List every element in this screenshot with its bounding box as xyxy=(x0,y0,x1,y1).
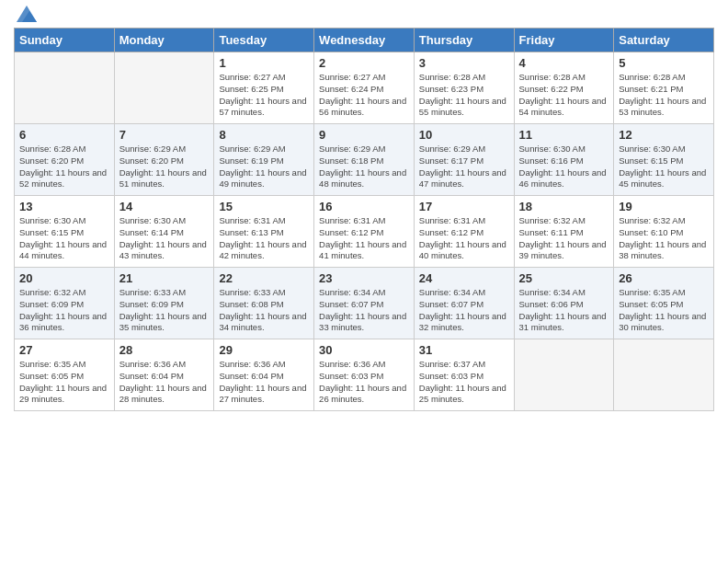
day-info: Sunrise: 6:35 AM Sunset: 6:05 PM Dayligh… xyxy=(19,359,109,406)
col-header-tuesday: Tuesday xyxy=(214,29,314,52)
day-number: 12 xyxy=(619,128,709,142)
day-info: Sunrise: 6:36 AM Sunset: 6:04 PM Dayligh… xyxy=(119,359,210,406)
calendar-cell: 1Sunrise: 6:27 AM Sunset: 6:25 PM Daylig… xyxy=(214,52,314,124)
calendar-cell xyxy=(514,339,614,411)
day-info: Sunrise: 6:27 AM Sunset: 6:24 PM Dayligh… xyxy=(319,72,409,119)
calendar-cell: 16Sunrise: 6:31 AM Sunset: 6:12 PM Dayli… xyxy=(314,196,415,268)
day-info: Sunrise: 6:28 AM Sunset: 6:20 PM Dayligh… xyxy=(19,144,109,190)
col-header-sunday: Sunday xyxy=(15,29,115,52)
calendar-week-row: 13Sunrise: 6:30 AM Sunset: 6:15 PM Dayli… xyxy=(15,196,714,268)
calendar-cell: 26Sunrise: 6:35 AM Sunset: 6:05 PM Dayli… xyxy=(614,268,714,339)
calendar-cell xyxy=(15,52,115,124)
day-number: 7 xyxy=(119,128,210,142)
day-number: 22 xyxy=(219,271,309,285)
col-header-saturday: Saturday xyxy=(614,29,714,52)
day-number: 18 xyxy=(519,200,609,213)
calendar-cell: 29Sunrise: 6:36 AM Sunset: 6:04 PM Dayli… xyxy=(214,339,314,411)
logo-icon xyxy=(17,6,37,22)
calendar-cell: 25Sunrise: 6:34 AM Sunset: 6:06 PM Dayli… xyxy=(514,268,614,339)
day-number: 23 xyxy=(319,271,409,285)
day-number: 3 xyxy=(419,56,509,70)
day-number: 28 xyxy=(119,343,210,357)
day-info: Sunrise: 6:30 AM Sunset: 6:15 PM Dayligh… xyxy=(619,144,709,190)
calendar-cell xyxy=(114,52,214,124)
day-info: Sunrise: 6:29 AM Sunset: 6:17 PM Dayligh… xyxy=(419,144,509,190)
day-number: 17 xyxy=(419,200,509,213)
day-info: Sunrise: 6:33 AM Sunset: 6:08 PM Dayligh… xyxy=(219,287,309,334)
calendar-cell: 27Sunrise: 6:35 AM Sunset: 6:05 PM Dayli… xyxy=(15,339,115,411)
day-info: Sunrise: 6:32 AM Sunset: 6:09 PM Dayligh… xyxy=(19,287,109,334)
day-info: Sunrise: 6:32 AM Sunset: 6:11 PM Dayligh… xyxy=(519,215,609,262)
calendar-cell: 12Sunrise: 6:30 AM Sunset: 6:15 PM Dayli… xyxy=(614,124,714,196)
day-number: 8 xyxy=(219,128,309,142)
calendar-cell: 14Sunrise: 6:30 AM Sunset: 6:14 PM Dayli… xyxy=(114,196,214,268)
day-info: Sunrise: 6:36 AM Sunset: 6:03 PM Dayligh… xyxy=(319,359,409,406)
day-info: Sunrise: 6:28 AM Sunset: 6:22 PM Dayligh… xyxy=(519,72,609,119)
day-number: 5 xyxy=(619,56,709,70)
calendar-cell: 24Sunrise: 6:34 AM Sunset: 6:07 PM Dayli… xyxy=(414,268,514,339)
day-number: 13 xyxy=(19,200,109,213)
calendar-cell: 4Sunrise: 6:28 AM Sunset: 6:22 PM Daylig… xyxy=(514,52,614,124)
day-info: Sunrise: 6:34 AM Sunset: 6:06 PM Dayligh… xyxy=(519,287,609,334)
calendar-cell: 5Sunrise: 6:28 AM Sunset: 6:21 PM Daylig… xyxy=(614,52,714,124)
day-info: Sunrise: 6:30 AM Sunset: 6:15 PM Dayligh… xyxy=(19,215,109,262)
calendar-cell: 9Sunrise: 6:29 AM Sunset: 6:18 PM Daylig… xyxy=(314,124,415,196)
logo xyxy=(14,9,37,22)
calendar-cell: 23Sunrise: 6:34 AM Sunset: 6:07 PM Dayli… xyxy=(314,268,415,339)
col-header-wednesday: Wednesday xyxy=(314,29,415,52)
calendar-cell: 31Sunrise: 6:37 AM Sunset: 6:03 PM Dayli… xyxy=(414,339,514,411)
day-number: 25 xyxy=(519,271,609,285)
calendar-header-row: SundayMondayTuesdayWednesdayThursdayFrid… xyxy=(15,29,714,52)
calendar-cell: 7Sunrise: 6:29 AM Sunset: 6:20 PM Daylig… xyxy=(114,124,214,196)
day-number: 19 xyxy=(619,200,709,213)
day-info: Sunrise: 6:29 AM Sunset: 6:18 PM Dayligh… xyxy=(319,144,409,190)
day-info: Sunrise: 6:30 AM Sunset: 6:16 PM Dayligh… xyxy=(519,144,609,190)
day-info: Sunrise: 6:31 AM Sunset: 6:12 PM Dayligh… xyxy=(419,215,509,262)
day-info: Sunrise: 6:31 AM Sunset: 6:13 PM Dayligh… xyxy=(219,215,309,262)
day-number: 26 xyxy=(619,271,709,285)
day-info: Sunrise: 6:28 AM Sunset: 6:21 PM Dayligh… xyxy=(619,72,709,119)
day-info: Sunrise: 6:31 AM Sunset: 6:12 PM Dayligh… xyxy=(319,215,409,262)
calendar-cell: 2Sunrise: 6:27 AM Sunset: 6:24 PM Daylig… xyxy=(314,52,415,124)
calendar-cell: 11Sunrise: 6:30 AM Sunset: 6:16 PM Dayli… xyxy=(514,124,614,196)
calendar-cell: 3Sunrise: 6:28 AM Sunset: 6:23 PM Daylig… xyxy=(414,52,514,124)
day-info: Sunrise: 6:35 AM Sunset: 6:05 PM Dayligh… xyxy=(619,287,709,334)
day-info: Sunrise: 6:37 AM Sunset: 6:03 PM Dayligh… xyxy=(419,359,509,406)
day-info: Sunrise: 6:33 AM Sunset: 6:09 PM Dayligh… xyxy=(119,287,210,334)
day-number: 1 xyxy=(219,56,309,70)
day-info: Sunrise: 6:29 AM Sunset: 6:20 PM Dayligh… xyxy=(119,144,210,190)
calendar-cell: 15Sunrise: 6:31 AM Sunset: 6:13 PM Dayli… xyxy=(214,196,314,268)
calendar-week-row: 27Sunrise: 6:35 AM Sunset: 6:05 PM Dayli… xyxy=(15,339,714,411)
calendar-table: SundayMondayTuesdayWednesdayThursdayFrid… xyxy=(14,28,714,411)
col-header-monday: Monday xyxy=(114,29,214,52)
calendar-cell: 28Sunrise: 6:36 AM Sunset: 6:04 PM Dayli… xyxy=(114,339,214,411)
day-number: 16 xyxy=(319,200,409,213)
day-number: 11 xyxy=(519,128,609,142)
day-number: 15 xyxy=(219,200,309,213)
page: SundayMondayTuesdayWednesdayThursdayFrid… xyxy=(0,0,728,563)
calendar-cell: 20Sunrise: 6:32 AM Sunset: 6:09 PM Dayli… xyxy=(15,268,115,339)
day-info: Sunrise: 6:28 AM Sunset: 6:23 PM Dayligh… xyxy=(419,72,509,119)
day-number: 14 xyxy=(119,200,210,213)
day-number: 21 xyxy=(119,271,210,285)
day-number: 24 xyxy=(419,271,509,285)
calendar-cell: 10Sunrise: 6:29 AM Sunset: 6:17 PM Dayli… xyxy=(414,124,514,196)
day-number: 29 xyxy=(219,343,309,357)
day-number: 2 xyxy=(319,56,409,70)
calendar-cell: 22Sunrise: 6:33 AM Sunset: 6:08 PM Dayli… xyxy=(214,268,314,339)
calendar-week-row: 1Sunrise: 6:27 AM Sunset: 6:25 PM Daylig… xyxy=(15,52,714,124)
calendar-cell: 19Sunrise: 6:32 AM Sunset: 6:10 PM Dayli… xyxy=(614,196,714,268)
day-info: Sunrise: 6:29 AM Sunset: 6:19 PM Dayligh… xyxy=(219,144,309,190)
day-info: Sunrise: 6:32 AM Sunset: 6:10 PM Dayligh… xyxy=(619,215,709,262)
calendar-cell: 18Sunrise: 6:32 AM Sunset: 6:11 PM Dayli… xyxy=(514,196,614,268)
calendar-cell: 21Sunrise: 6:33 AM Sunset: 6:09 PM Dayli… xyxy=(114,268,214,339)
calendar-cell: 13Sunrise: 6:30 AM Sunset: 6:15 PM Dayli… xyxy=(15,196,115,268)
day-number: 30 xyxy=(319,343,409,357)
calendar-week-row: 20Sunrise: 6:32 AM Sunset: 6:09 PM Dayli… xyxy=(15,268,714,339)
header xyxy=(14,9,714,22)
day-number: 9 xyxy=(319,128,409,142)
day-info: Sunrise: 6:27 AM Sunset: 6:25 PM Dayligh… xyxy=(219,72,309,119)
day-info: Sunrise: 6:36 AM Sunset: 6:04 PM Dayligh… xyxy=(219,359,309,406)
calendar-cell: 17Sunrise: 6:31 AM Sunset: 6:12 PM Dayli… xyxy=(414,196,514,268)
day-number: 20 xyxy=(19,271,109,285)
